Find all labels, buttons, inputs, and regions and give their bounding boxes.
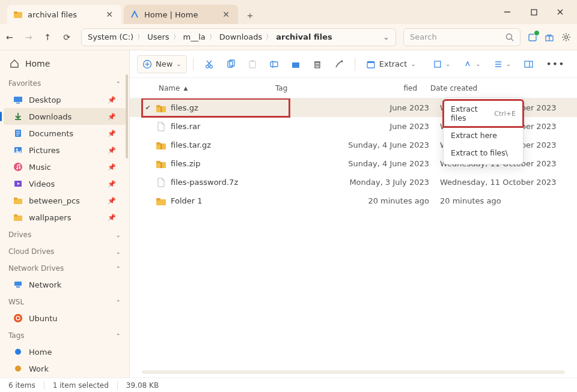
column-modified[interactable]: fied — [314, 84, 428, 92]
maximize-button[interactable] — [522, 4, 546, 20]
pin-icon: 📌 — [108, 130, 116, 137]
column-tag[interactable]: Tag — [275, 84, 311, 92]
close-window-button[interactable] — [548, 4, 572, 20]
back-button[interactable]: ← — [6, 32, 13, 42]
address-bar[interactable]: System (C:)〉 Users〉 m__la〉 Downloads〉 ar… — [81, 28, 396, 46]
menu-item-label: Extract to files\ — [451, 148, 508, 157]
new-button[interactable]: New ⌄ — [137, 55, 187, 73]
separator — [193, 58, 194, 71]
minimize-button[interactable] — [495, 4, 519, 20]
section-wsl[interactable]: WSL ⌃ — [0, 293, 129, 310]
svg-rect-56 — [292, 62, 299, 68]
sidebar-item-network[interactable]: Network — [4, 276, 126, 293]
extract-files-item[interactable]: Extract files Ctrl+E — [444, 100, 523, 127]
crumb[interactable]: System (C:) — [88, 32, 133, 41]
sidebar-item-label: Desktop — [29, 95, 61, 104]
file-row[interactable]: Folder 120 minutes ago20 minutes ago — [130, 191, 577, 210]
sidebar-home[interactable]: Home — [0, 53, 129, 74]
rename-button[interactable] — [264, 55, 284, 73]
paste-button[interactable] — [243, 55, 262, 73]
status-tray-icon[interactable] — [528, 32, 537, 42]
chevron-down-icon: ⌄ — [176, 61, 181, 67]
crumb[interactable]: Downloads — [219, 32, 262, 41]
gift-icon[interactable] — [545, 32, 554, 42]
status-size: 39.08 KB — [126, 381, 159, 390]
svg-rect-38 — [16, 286, 20, 288]
file-row[interactable]: files-password.7zMonday, 3 July 2023Wedn… — [130, 173, 577, 191]
sidebar-item-music[interactable]: Music📌 — [4, 158, 126, 175]
dot-icon — [13, 347, 23, 357]
sidebar-item-videos[interactable]: Videos📌 — [4, 175, 126, 192]
sidebar-item-desktop[interactable]: Desktop📌 — [4, 91, 126, 108]
sort-direction-button[interactable]: ⌄ — [459, 55, 485, 73]
delete-button[interactable] — [308, 55, 327, 73]
file-modified: June 2023 — [326, 103, 440, 112]
file-name: files.tar.gz — [168, 140, 281, 149]
crumb[interactable]: m__la — [183, 32, 206, 41]
file-name: files.gz — [168, 103, 281, 112]
section-favorites[interactable]: Favorites ⌃ — [0, 74, 129, 91]
view-button[interactable]: ⌄ — [489, 55, 516, 73]
new-button-label: New — [156, 59, 172, 68]
crumb[interactable]: Users — [147, 32, 169, 41]
section-cloud-drives[interactable]: Cloud Drives ⌄ — [0, 243, 129, 259]
svg-rect-76 — [160, 143, 162, 149]
svg-point-47 — [209, 65, 212, 68]
share-button[interactable] — [286, 55, 305, 73]
column-label: Date created — [430, 84, 477, 92]
chevron-up-icon: ⌃ — [116, 265, 121, 272]
tab-close-button[interactable]: ✕ — [220, 8, 232, 20]
preview-pane-button[interactable] — [519, 55, 538, 73]
section-network-drives[interactable]: Network Drives ⌃ — [0, 259, 129, 276]
search-input[interactable]: Search — [403, 28, 521, 46]
up-button[interactable]: ↑ — [44, 32, 51, 42]
sidebar-item-label: Videos — [29, 179, 55, 188]
svg-point-31 — [19, 167, 20, 169]
sidebar-item-documents[interactable]: Documents📌 — [4, 125, 126, 142]
column-name[interactable]: Name ▲ — [159, 84, 273, 92]
sort-asc-icon: ▲ — [183, 85, 188, 91]
sidebar-item-label: Ubuntu — [29, 314, 58, 323]
sidebar-tag-home[interactable]: Home — [4, 343, 126, 360]
row-checkbox[interactable]: ✔ — [142, 104, 154, 112]
horizontal-scrollbar[interactable] — [142, 370, 565, 374]
svg-rect-72 — [156, 105, 160, 107]
more-button[interactable]: ••• — [542, 55, 570, 73]
svg-rect-81 — [156, 198, 160, 201]
section-drives[interactable]: Drives ⌄ — [0, 226, 129, 243]
extract-to-item[interactable]: Extract to files\ — [444, 144, 523, 161]
copy-button[interactable] — [221, 55, 240, 73]
home-icon — [10, 59, 19, 68]
settings-icon[interactable] — [561, 32, 571, 42]
tab-close-button[interactable]: ✕ — [103, 8, 115, 20]
chevron-up-icon: ⌃ — [116, 299, 121, 306]
sidebar-item-ubuntu[interactable]: Ubuntu — [4, 310, 126, 327]
section-label: WSL — [8, 298, 24, 306]
sidebar-item-wallpapers[interactable]: wallpapers📌 — [4, 209, 126, 226]
extract-button[interactable]: Extract ⌄ — [361, 55, 421, 73]
new-tab-button[interactable]: ＋ — [240, 7, 260, 24]
refresh-button[interactable]: ⟳ — [63, 32, 70, 42]
archive-folder-icon — [154, 159, 168, 169]
crumb[interactable]: archival files — [276, 32, 332, 41]
sidebar-item-pictures[interactable]: Pictures📌 — [4, 142, 126, 158]
properties-button[interactable] — [329, 55, 349, 73]
column-headers: Name ▲ Tag fied Date created — [130, 78, 577, 98]
column-created[interactable]: Date created — [430, 84, 565, 92]
sidebar-tag-work[interactable]: Work — [4, 360, 126, 377]
extract-here-item[interactable]: Extract here — [444, 127, 523, 144]
address-dropdown-button[interactable]: ⌄ — [383, 32, 389, 41]
sort-button[interactable]: ⌄ — [429, 55, 455, 73]
sidebar-item-between_pcs[interactable]: between_pcs📌 — [4, 192, 126, 209]
tab-archival-files[interactable]: archival files ✕ — [7, 5, 121, 24]
svg-rect-75 — [156, 142, 160, 145]
toolbar: New ⌄ Extract ⌄ ⌄ ⌄ ⌄ ••• — [130, 50, 577, 78]
extract-button-label: Extract — [379, 59, 408, 68]
pin-icon: 📌 — [108, 163, 116, 171]
navbar-actions — [528, 32, 571, 42]
cut-button[interactable] — [200, 55, 219, 73]
sidebar-item-downloads[interactable]: Downloads📌 — [4, 108, 126, 125]
tab-home[interactable]: Home | Home ✕ — [124, 5, 238, 24]
section-tags[interactable]: Tags ⌃ — [0, 327, 129, 343]
forward-button[interactable]: → — [25, 32, 32, 42]
